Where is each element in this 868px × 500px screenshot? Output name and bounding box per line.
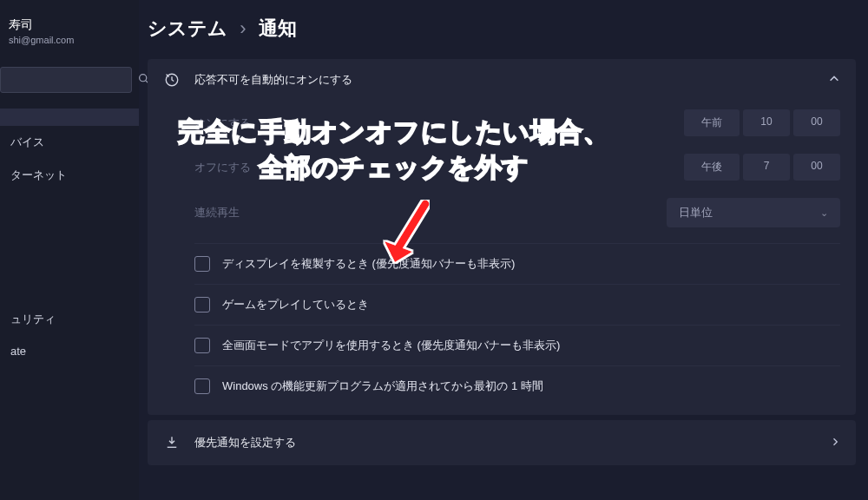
breadcrumb-current: 通知 (259, 17, 297, 39)
check-row-update[interactable]: Windows の機能更新プログラムが適用されてから最初の 1 時間 (194, 366, 840, 406)
svg-point-0 (140, 75, 147, 82)
check-label-fullscreen: 全画面モードでアプリを使用するとき (優先度通知バナーも非表示) (222, 338, 560, 353)
checkbox-update[interactable] (194, 378, 210, 394)
nav-item-4[interactable] (0, 220, 139, 247)
nav-item-3[interactable] (0, 192, 139, 220)
check-row-game[interactable]: ゲームをプレイしているとき (194, 285, 840, 326)
search-input[interactable] (8, 74, 138, 86)
off-ampm[interactable]: 午後 (684, 154, 740, 181)
row-repeat-label: 連続再生 (194, 205, 667, 220)
card-auto-dnd-body: オンにする 午前 10 00 オフにする 午後 7 00 連続再生 日単位 (148, 101, 856, 415)
search-box[interactable] (0, 67, 132, 93)
nav-item-security[interactable]: ュリティ (0, 303, 139, 336)
card-auto-dnd-header[interactable]: 応答不可を自動的にオンにする (148, 59, 856, 101)
breadcrumb-parent[interactable]: システム (148, 17, 227, 39)
row-on: オンにする 午前 10 00 (194, 101, 840, 145)
on-min[interactable]: 00 (793, 109, 840, 136)
nav-item-update[interactable]: ate (0, 336, 139, 366)
dnd-icon (163, 71, 181, 89)
checkbox-game[interactable] (194, 297, 210, 312)
check-label-game: ゲームをプレイしているとき (222, 297, 369, 312)
chevron-right-icon (830, 437, 840, 450)
repeat-select[interactable]: 日単位 ⌄ (667, 198, 840, 227)
off-hour[interactable]: 7 (743, 154, 790, 181)
priority-icon (163, 434, 181, 451)
on-hour[interactable]: 10 (743, 109, 790, 136)
chevron-down-icon: ⌄ (820, 207, 828, 219)
breadcrumb: システム › 通知 (148, 16, 856, 42)
nav-list: バイス ターネット ュリティ ate (0, 109, 139, 366)
row-off: オフにする 午後 7 00 (194, 145, 840, 189)
on-ampm[interactable]: 午前 (684, 109, 740, 136)
user-name: 寿司 (9, 17, 130, 33)
check-row-display[interactable]: ディスプレイを複製するとき (優先度通知バナーも非表示) (194, 244, 840, 285)
row-repeat: 連続再生 日単位 ⌄ (194, 189, 840, 236)
card-priority-title: 優先通知を設定する (194, 435, 830, 451)
card-priority-header[interactable]: 優先通知を設定する (148, 420, 856, 465)
chevron-up-icon (828, 73, 840, 88)
nav-item-5[interactable] (0, 247, 139, 275)
row-on-label: オンにする (194, 115, 684, 131)
check-label-display: ディスプレイを複製するとき (優先度通知バナーも非表示) (222, 256, 515, 272)
main-content: システム › 通知 応答不可を自動的にオンにする オンにする 午前 10 00 (148, 16, 856, 465)
row-off-label: オフにする (194, 160, 684, 175)
sidebar: 寿司 shi@gmail.com バイス ターネット ュリティ ate (0, 0, 139, 500)
checkbox-display[interactable] (194, 256, 210, 272)
nav-item-system[interactable] (0, 109, 139, 126)
nav-item-6[interactable] (0, 275, 139, 303)
chevron-right-icon: › (240, 17, 246, 39)
repeat-value: 日単位 (679, 205, 713, 220)
nav-item-network[interactable]: ターネット (0, 159, 139, 192)
card-auto-dnd-title: 応答不可を自動的にオンにする (194, 72, 828, 88)
off-min[interactable]: 00 (793, 154, 840, 181)
checklist: ディスプレイを複製するとき (優先度通知バナーも非表示) ゲームをプレイしている… (194, 243, 840, 406)
nav-item-devices[interactable]: バイス (0, 126, 139, 159)
check-row-fullscreen[interactable]: 全画面モードでアプリを使用するとき (優先度通知バナーも非表示) (194, 326, 840, 366)
checkbox-fullscreen[interactable] (194, 338, 210, 353)
user-block: 寿司 shi@gmail.com (0, 17, 139, 58)
user-email: shi@gmail.com (9, 35, 130, 45)
card-auto-dnd: 応答不可を自動的にオンにする オンにする 午前 10 00 オフにする 午後 7… (148, 59, 856, 415)
check-label-update: Windows の機能更新プログラムが適用されてから最初の 1 時間 (222, 378, 543, 394)
